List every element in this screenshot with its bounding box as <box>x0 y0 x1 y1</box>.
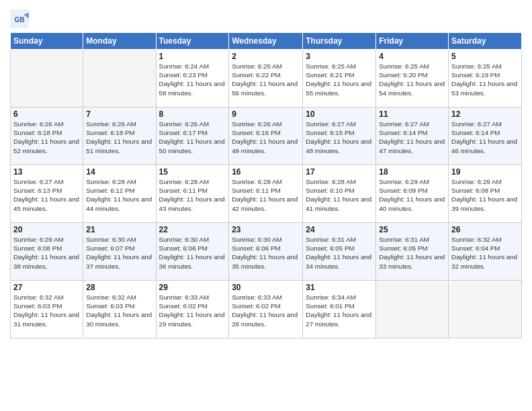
calendar-week-3: 13Sunrise: 6:27 AM Sunset: 6:13 PM Dayli… <box>11 165 522 223</box>
day-number: 3 <box>306 52 373 61</box>
day-number: 19 <box>451 167 519 177</box>
page-container: GB SundayMondayTuesdayWednesdayThursdayF… <box>0 0 532 345</box>
day-number: 21 <box>86 225 152 234</box>
day-number: 24 <box>306 225 373 234</box>
calendar-week-4: 20Sunrise: 6:29 AM Sunset: 6:08 PM Dayli… <box>11 223 522 281</box>
calendar-cell: 16Sunrise: 6:28 AM Sunset: 6:11 PM Dayli… <box>229 165 303 223</box>
day-number: 29 <box>159 283 226 292</box>
day-number: 18 <box>379 167 445 177</box>
day-info: Sunrise: 6:25 AM Sunset: 6:19 PM Dayligh… <box>451 62 519 97</box>
day-number: 15 <box>159 167 226 177</box>
calendar-cell <box>11 50 83 107</box>
calendar-week-2: 6Sunrise: 6:26 AM Sunset: 6:18 PM Daylig… <box>11 107 522 165</box>
calendar-cell <box>449 281 522 338</box>
calendar-cell: 17Sunrise: 6:28 AM Sunset: 6:10 PM Dayli… <box>303 165 376 223</box>
day-info: Sunrise: 6:27 AM Sunset: 6:15 PM Dayligh… <box>306 120 373 155</box>
calendar-cell: 5Sunrise: 6:25 AM Sunset: 6:19 PM Daylig… <box>449 50 522 107</box>
day-info: Sunrise: 6:28 AM Sunset: 6:11 PM Dayligh… <box>232 177 300 213</box>
calendar-cell: 13Sunrise: 6:27 AM Sunset: 6:13 PM Dayli… <box>11 165 83 223</box>
day-info: Sunrise: 6:28 AM Sunset: 6:10 PM Dayligh… <box>306 177 373 213</box>
calendar-header-row: SundayMondayTuesdayWednesdayThursdayFrid… <box>11 33 522 50</box>
day-info: Sunrise: 6:31 AM Sunset: 6:05 PM Dayligh… <box>379 235 445 271</box>
calendar-cell: 24Sunrise: 6:31 AM Sunset: 6:05 PM Dayli… <box>303 223 376 281</box>
day-info: Sunrise: 6:29 AM Sunset: 6:09 PM Dayligh… <box>379 177 445 213</box>
day-info: Sunrise: 6:29 AM Sunset: 6:08 PM Dayligh… <box>13 235 80 271</box>
day-info: Sunrise: 6:33 AM Sunset: 6:02 PM Dayligh… <box>159 293 226 328</box>
calendar-header-friday: Friday <box>376 33 449 50</box>
day-info: Sunrise: 6:24 AM Sunset: 6:23 PM Dayligh… <box>159 62 226 97</box>
calendar-cell: 29Sunrise: 6:33 AM Sunset: 6:02 PM Dayli… <box>156 281 229 338</box>
calendar-cell: 2Sunrise: 6:25 AM Sunset: 6:22 PM Daylig… <box>229 50 303 107</box>
day-info: Sunrise: 6:32 AM Sunset: 6:04 PM Dayligh… <box>451 235 519 271</box>
calendar-cell: 23Sunrise: 6:30 AM Sunset: 6:06 PM Dayli… <box>229 223 303 281</box>
day-info: Sunrise: 6:25 AM Sunset: 6:22 PM Dayligh… <box>232 62 300 97</box>
day-info: Sunrise: 6:30 AM Sunset: 6:07 PM Dayligh… <box>86 235 152 271</box>
svg-text:GB: GB <box>14 16 24 24</box>
header: GB <box>10 7 522 28</box>
day-info: Sunrise: 6:26 AM Sunset: 6:17 PM Dayligh… <box>159 120 226 155</box>
calendar-header-tuesday: Tuesday <box>156 33 229 50</box>
day-info: Sunrise: 6:25 AM Sunset: 6:20 PM Dayligh… <box>379 62 445 97</box>
day-number: 7 <box>86 109 152 119</box>
calendar-cell: 20Sunrise: 6:29 AM Sunset: 6:08 PM Dayli… <box>11 223 83 281</box>
calendar-cell: 18Sunrise: 6:29 AM Sunset: 6:09 PM Dayli… <box>376 165 449 223</box>
day-info: Sunrise: 6:28 AM Sunset: 6:12 PM Dayligh… <box>86 177 152 213</box>
calendar-cell: 6Sunrise: 6:26 AM Sunset: 6:18 PM Daylig… <box>11 107 83 165</box>
day-number: 31 <box>306 283 373 292</box>
day-number: 4 <box>379 52 445 61</box>
calendar-header-sunday: Sunday <box>11 33 83 50</box>
calendar-cell: 9Sunrise: 6:26 AM Sunset: 6:16 PM Daylig… <box>229 107 303 165</box>
day-number: 12 <box>451 109 519 119</box>
day-info: Sunrise: 6:29 AM Sunset: 6:08 PM Dayligh… <box>451 177 519 213</box>
calendar-cell: 10Sunrise: 6:27 AM Sunset: 6:15 PM Dayli… <box>303 107 376 165</box>
day-number: 11 <box>379 109 445 119</box>
day-number: 28 <box>86 283 152 292</box>
day-number: 6 <box>13 109 80 119</box>
day-info: Sunrise: 6:28 AM Sunset: 6:11 PM Dayligh… <box>159 177 226 213</box>
logo-icon: GB <box>10 9 29 28</box>
calendar-cell: 19Sunrise: 6:29 AM Sunset: 6:08 PM Dayli… <box>449 165 522 223</box>
calendar-cell: 25Sunrise: 6:31 AM Sunset: 6:05 PM Dayli… <box>376 223 449 281</box>
calendar-cell: 26Sunrise: 6:32 AM Sunset: 6:04 PM Dayli… <box>449 223 522 281</box>
calendar-cell: 14Sunrise: 6:28 AM Sunset: 6:12 PM Dayli… <box>83 165 156 223</box>
calendar-table: SundayMondayTuesdayWednesdayThursdayFrid… <box>10 32 522 338</box>
day-number: 22 <box>159 225 226 234</box>
calendar-cell: 30Sunrise: 6:33 AM Sunset: 6:02 PM Dayli… <box>229 281 303 338</box>
day-info: Sunrise: 6:26 AM Sunset: 6:16 PM Dayligh… <box>232 120 300 155</box>
calendar-cell <box>376 281 449 338</box>
calendar-cell: 15Sunrise: 6:28 AM Sunset: 6:11 PM Dayli… <box>156 165 229 223</box>
calendar-cell: 31Sunrise: 6:34 AM Sunset: 6:01 PM Dayli… <box>303 281 376 338</box>
calendar-header-monday: Monday <box>83 33 156 50</box>
calendar-week-1: 1Sunrise: 6:24 AM Sunset: 6:23 PM Daylig… <box>11 50 522 107</box>
calendar-cell: 8Sunrise: 6:26 AM Sunset: 6:17 PM Daylig… <box>156 107 229 165</box>
day-info: Sunrise: 6:27 AM Sunset: 6:14 PM Dayligh… <box>451 120 519 155</box>
day-info: Sunrise: 6:32 AM Sunset: 6:03 PM Dayligh… <box>13 293 80 328</box>
day-number: 1 <box>159 52 226 61</box>
day-number: 10 <box>306 109 373 119</box>
day-number: 27 <box>13 283 80 292</box>
calendar-header-thursday: Thursday <box>303 33 376 50</box>
calendar-cell <box>83 50 156 107</box>
calendar-cell: 27Sunrise: 6:32 AM Sunset: 6:03 PM Dayli… <box>11 281 83 338</box>
day-info: Sunrise: 6:30 AM Sunset: 6:06 PM Dayligh… <box>159 235 226 271</box>
day-info: Sunrise: 6:27 AM Sunset: 6:13 PM Dayligh… <box>13 177 80 213</box>
day-number: 14 <box>86 167 152 177</box>
calendar-cell: 28Sunrise: 6:32 AM Sunset: 6:03 PM Dayli… <box>83 281 156 338</box>
day-info: Sunrise: 6:32 AM Sunset: 6:03 PM Dayligh… <box>86 293 152 328</box>
day-number: 16 <box>232 167 300 177</box>
day-number: 26 <box>451 225 519 234</box>
calendar-cell: 3Sunrise: 6:25 AM Sunset: 6:21 PM Daylig… <box>303 50 376 107</box>
day-number: 23 <box>232 225 300 234</box>
day-number: 8 <box>159 109 226 119</box>
day-number: 20 <box>13 225 80 234</box>
calendar-cell: 21Sunrise: 6:30 AM Sunset: 6:07 PM Dayli… <box>83 223 156 281</box>
day-number: 9 <box>232 109 300 119</box>
calendar-header-wednesday: Wednesday <box>229 33 303 50</box>
calendar-cell: 11Sunrise: 6:27 AM Sunset: 6:14 PM Dayli… <box>376 107 449 165</box>
calendar-cell: 12Sunrise: 6:27 AM Sunset: 6:14 PM Dayli… <box>449 107 522 165</box>
day-info: Sunrise: 6:33 AM Sunset: 6:02 PM Dayligh… <box>232 293 300 328</box>
logo: GB <box>10 9 30 28</box>
day-info: Sunrise: 6:27 AM Sunset: 6:14 PM Dayligh… <box>379 120 445 155</box>
day-number: 17 <box>306 167 373 177</box>
calendar-week-5: 27Sunrise: 6:32 AM Sunset: 6:03 PM Dayli… <box>11 281 522 338</box>
